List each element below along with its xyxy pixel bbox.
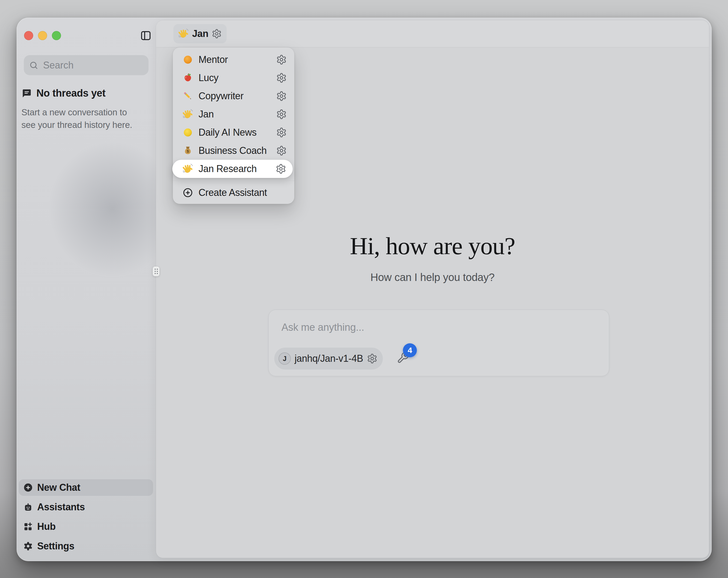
sidebar-nav: New ChatAssistantsHubSettings (19, 479, 153, 554)
model-name: janhq/Jan-v1-4B (294, 353, 363, 364)
create-assistant-button[interactable]: Create Assistant (173, 183, 294, 202)
search-input[interactable] (43, 59, 143, 71)
empty-state-title: No threads yet (36, 87, 105, 99)
model-avatar: J (279, 352, 291, 365)
sidebar-item-label: New Chat (37, 482, 80, 493)
composer-input[interactable]: Ask me anything... (282, 322, 364, 333)
bot-icon (23, 502, 33, 512)
assistant-menu-item-copywriter[interactable]: Copywriter (173, 87, 294, 105)
assistant-menu-item-mentor[interactable]: Mentor (173, 51, 294, 69)
assistant-settings-gear-icon[interactable] (276, 164, 286, 174)
model-settings-gear-icon[interactable] (367, 353, 378, 364)
assistant-settings-gear-icon[interactable] (276, 73, 287, 83)
assistant-settings-gear-icon[interactable] (276, 91, 287, 101)
empty-state-description: Start a new conversation to see your thr… (21, 106, 142, 131)
wave-hand-icon (178, 28, 189, 39)
wave-hand-icon (182, 164, 193, 174)
minimize-button[interactable] (38, 31, 47, 40)
assistant-menu-item-label: Lucy (199, 72, 271, 83)
assistant-menu-item-lucy[interactable]: Lucy (173, 69, 294, 87)
main-header: Jan (156, 20, 709, 47)
desktop-background: No threads yet Start a new conversation … (0, 0, 728, 578)
greeting-title: Hi, how are you? (156, 232, 709, 260)
assistant-menu-item-business-coach[interactable]: $Business Coach (173, 142, 294, 160)
assistant-settings-gear-icon[interactable] (276, 109, 287, 120)
composer-card[interactable]: Ask me anything... J janhq/Jan-v1-4B 4 (268, 309, 609, 376)
assistant-settings-gear-icon[interactable] (276, 54, 287, 65)
assistant-menu-item-daily-ai-news[interactable]: Daily AI News (173, 123, 294, 142)
assistant-menu-item-label: Business Coach (199, 145, 271, 156)
assistant-selector-label: Jan (192, 28, 208, 39)
plus-circle-icon (182, 187, 193, 198)
pencil-icon (182, 91, 193, 101)
sidebar-item-settings[interactable]: Settings (19, 538, 153, 554)
gear-filled-icon (23, 541, 33, 551)
money-bag-icon: $ (182, 145, 193, 156)
assistant-settings-gear-icon[interactable] (276, 145, 287, 156)
sidebar-resize-handle[interactable] (153, 266, 160, 276)
assistant-menu-item-label: Jan Research (199, 163, 270, 174)
assistant-menu-item-label: Jan (199, 109, 271, 120)
assistant-menu-item-label: Mentor (199, 54, 271, 65)
create-assistant-label: Create Assistant (199, 187, 287, 198)
grip-dots-icon (155, 269, 158, 274)
window-controls (24, 31, 61, 40)
sidebar-item-new-chat[interactable]: New Chat (19, 479, 153, 496)
yellow-circle-icon (182, 127, 193, 138)
assistant-menu-item-label: Copywriter (199, 91, 271, 102)
assistant-menu-item-jan-research[interactable]: Jan Research (172, 160, 293, 178)
assistant-selector-button[interactable]: Jan (173, 24, 227, 43)
close-button[interactable] (24, 31, 33, 40)
chat-bubble-icon (21, 88, 32, 99)
threads-empty-state: No threads yet Start a new conversation … (21, 87, 142, 131)
sidebar-item-label: Hub (37, 521, 56, 532)
search-icon (29, 61, 38, 70)
assistant-settings-gear-icon[interactable] (276, 127, 287, 138)
svg-text:$: $ (187, 149, 189, 153)
wave-hand-icon (182, 109, 193, 120)
zoom-button[interactable] (52, 31, 61, 40)
assistant-menu-item-jan[interactable]: Jan (173, 105, 294, 123)
orange-circle-icon (182, 54, 193, 65)
assistant-dropdown-menu: MentorLucyCopywriterJanDaily AI News$Bus… (173, 47, 294, 204)
sidebar-toggle-icon[interactable] (140, 30, 151, 41)
sidebar-item-label: Settings (37, 541, 74, 552)
assistant-settings-gear-icon[interactable] (212, 29, 222, 39)
search-field[interactable] (24, 55, 149, 75)
assistant-menu-list: MentorLucyCopywriterJanDaily AI News$Bus… (173, 51, 294, 178)
model-selector-button[interactable]: J janhq/Jan-v1-4B (274, 348, 383, 370)
plus-circle-filled-icon (23, 482, 33, 493)
assistant-menu-item-label: Daily AI News (199, 127, 271, 138)
tools-count-badge: 4 (403, 343, 417, 357)
apple-icon (182, 73, 193, 83)
hub-grid-icon (23, 522, 33, 532)
sidebar-item-label: Assistants (37, 501, 85, 513)
sidebar-item-assistants[interactable]: Assistants (19, 499, 153, 516)
sidebar-item-hub[interactable]: Hub (19, 518, 153, 535)
greeting-subtitle: How can I help you today? (156, 271, 709, 283)
